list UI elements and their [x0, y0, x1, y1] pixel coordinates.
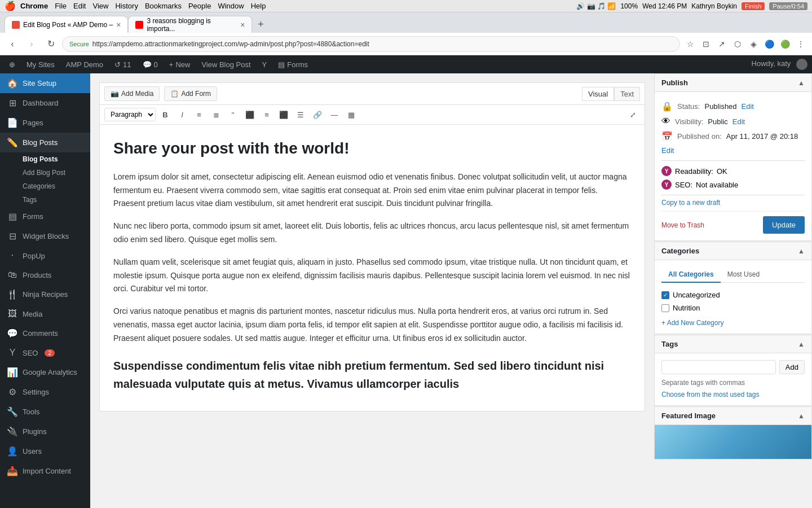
amp-demo-button[interactable]: AMP Demo: [61, 55, 108, 73]
sidebar-item-plugins[interactable]: 🔌 Plugins: [0, 422, 90, 441]
sidebar-subitem-categories[interactable]: Categories: [18, 179, 90, 193]
share-icon[interactable]: ↗: [715, 37, 729, 51]
forms-button[interactable]: ▤ Forms: [273, 55, 312, 73]
add-form-button[interactable]: 📋 Add Form: [164, 86, 217, 101]
category-uncategorized[interactable]: ✓ Uncategorized: [661, 288, 805, 301]
sidebar-item-users[interactable]: 👤 Users: [0, 441, 90, 461]
people-menu[interactable]: People: [188, 2, 211, 10]
sidebar-item-media[interactable]: 🖼 Media: [0, 304, 90, 323]
add-media-button[interactable]: 📷 Add Media: [104, 86, 160, 101]
back-button[interactable]: ‹: [5, 36, 20, 52]
comments-button[interactable]: 💬 0: [138, 55, 162, 73]
chrome-menu[interactable]: Chrome: [20, 2, 48, 10]
sidebar-item-ninja-recipes[interactable]: 🍴 Ninja Recipes: [0, 284, 90, 304]
extension-icon-3[interactable]: 🔵: [762, 37, 776, 51]
fullscreen-button[interactable]: ⤢: [625, 107, 640, 122]
choose-most-used-tags-link[interactable]: Choose from the most used tags: [661, 391, 759, 398]
more-button[interactable]: —: [327, 107, 342, 122]
text-tab[interactable]: Text: [614, 87, 640, 101]
align-left-button[interactable]: ⬛: [242, 107, 257, 122]
update-button[interactable]: Update: [763, 216, 805, 234]
star-icon[interactable]: ☆: [683, 37, 697, 51]
edit-menu[interactable]: Edit: [73, 2, 86, 10]
tag-input[interactable]: [661, 360, 776, 374]
tab-close-2[interactable]: ×: [240, 20, 245, 29]
reload-button[interactable]: ↻: [43, 36, 59, 52]
visual-tab[interactable]: Visual: [582, 87, 614, 101]
new-post-button[interactable]: + New: [165, 55, 195, 73]
italic-button[interactable]: I: [175, 107, 189, 122]
extension-icon-2[interactable]: ◈: [747, 37, 760, 51]
sidebar-item-google-analytics[interactable]: 📊 Google Analytics: [0, 362, 90, 382]
sidebar-subitem-tags[interactable]: Tags: [18, 193, 90, 207]
published-edit-link[interactable]: Edit: [661, 146, 674, 155]
blockquote-button[interactable]: ": [226, 107, 240, 122]
tags-box-header[interactable]: Tags ▲: [655, 335, 811, 353]
align-center-button[interactable]: ≡: [259, 107, 274, 122]
most-used-tab[interactable]: Most Used: [721, 267, 766, 283]
table-button[interactable]: ▦: [344, 107, 359, 122]
visibility-edit-link[interactable]: Edit: [732, 117, 745, 126]
apple-logo[interactable]: 🍎: [5, 1, 16, 11]
sidebar-item-site-setup[interactable]: 🏠 Site Setup: [0, 73, 90, 93]
sidebar-item-pages[interactable]: 📄 Pages: [0, 113, 90, 133]
finish-button[interactable]: Finish: [742, 2, 765, 10]
unordered-list-button[interactable]: ≡: [192, 107, 206, 122]
wp-logo-button[interactable]: ⊕: [5, 55, 20, 73]
my-sites-button[interactable]: My Sites: [22, 55, 59, 73]
updates-button[interactable]: ↺ 11: [110, 55, 135, 73]
file-menu[interactable]: File: [55, 2, 67, 10]
menu-icon[interactable]: ⋮: [794, 37, 807, 51]
extension-icon-1[interactable]: ⬡: [731, 37, 744, 51]
featured-image-thumbnail[interactable]: [655, 425, 811, 459]
sidebar-item-dashboard[interactable]: ⊞ Dashboard: [0, 93, 90, 113]
sidebar-subitem-blog-posts[interactable]: Blog Posts: [18, 152, 90, 166]
sidebar-item-blog-posts[interactable]: ✏️ Blog Posts: [0, 133, 90, 152]
featured-image-box-header[interactable]: Featured Image ▲: [655, 407, 811, 425]
sidebar-item-settings[interactable]: ⚙ Settings: [0, 382, 90, 402]
sidebar-item-widget-blocks[interactable]: ⊟ Widget Blocks: [0, 226, 90, 246]
sidebar-item-comments[interactable]: 💬 Comments: [0, 323, 90, 343]
ordered-list-button[interactable]: ≣: [209, 107, 223, 122]
tab-blogging[interactable]: 3 reasons blogging is importa... ×: [128, 16, 252, 33]
sidebar-item-products[interactable]: 🛍 Products: [0, 265, 90, 284]
sidebar-item-seo[interactable]: Y SEO 2: [0, 343, 90, 362]
align-right-button[interactable]: ⬛: [276, 107, 291, 122]
forward-button[interactable]: ›: [24, 36, 39, 52]
sidebar-item-popup[interactable]: ⬝ PopUp: [0, 246, 90, 265]
history-menu[interactable]: History: [115, 2, 138, 10]
sidebar-item-tools[interactable]: 🔧 Tools: [0, 402, 90, 422]
publish-box-header[interactable]: Publish ▲: [655, 74, 811, 92]
help-menu[interactable]: Help: [251, 2, 266, 10]
add-new-category-link[interactable]: + Add New Category: [661, 319, 805, 327]
address-bar[interactable]: Secure https://ampdemo.attractionmarketi…: [62, 36, 680, 52]
yoast-button[interactable]: Y: [258, 55, 272, 73]
category-nutrition[interactable]: Nutrition: [661, 301, 805, 314]
new-tab-button[interactable]: +: [252, 16, 269, 33]
extension-icon-4[interactable]: 🟢: [778, 37, 792, 51]
cast-icon[interactable]: ⊡: [699, 37, 713, 51]
tab-close-1[interactable]: ×: [116, 20, 121, 29]
link-button[interactable]: 🔗: [310, 107, 325, 122]
move-to-trash-link[interactable]: Move to Trash: [661, 221, 704, 229]
tag-add-button[interactable]: Add: [779, 360, 805, 374]
categories-box-header[interactable]: Categories ▲: [655, 242, 811, 260]
align-justify-button[interactable]: ☰: [293, 107, 308, 122]
bookmarks-menu[interactable]: Bookmarks: [145, 2, 182, 10]
status-edit-link[interactable]: Edit: [742, 102, 754, 111]
category-uncategorized-checkbox[interactable]: ✓: [661, 291, 669, 299]
all-categories-tab[interactable]: All Categories: [661, 267, 721, 283]
copy-draft-link[interactable]: Copy to a new draft: [661, 199, 805, 207]
sidebar-subitem-add-blog-post[interactable]: Add Blog Post: [18, 166, 90, 179]
view-blog-post-button[interactable]: View Blog Post: [197, 55, 255, 73]
bold-button[interactable]: B: [158, 107, 173, 122]
pause-button[interactable]: Pause/0:54: [769, 2, 807, 10]
format-select[interactable]: Paragraph Heading 1 Heading 2 Heading 3: [104, 108, 156, 121]
view-menu[interactable]: View: [92, 2, 108, 10]
sidebar-item-import-content[interactable]: 📥 Import Content: [0, 461, 90, 481]
tab-edit-blog-post[interactable]: Edit Blog Post « AMP Demo – ×: [5, 16, 128, 33]
editor-content[interactable]: Share your post with the world! Lorem ip…: [99, 124, 645, 411]
sidebar-item-forms[interactable]: ▤ Forms: [0, 207, 90, 226]
window-menu[interactable]: Window: [218, 2, 244, 10]
category-nutrition-checkbox[interactable]: [661, 304, 669, 312]
